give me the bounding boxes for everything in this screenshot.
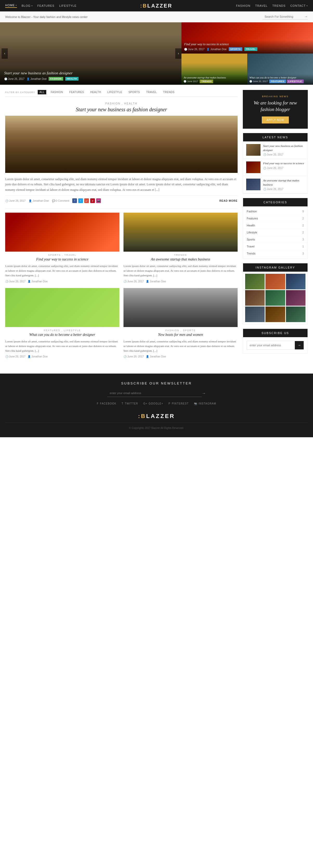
- hero-slider: Start your new business as fashion desig…: [0, 22, 313, 85]
- filter-all[interactable]: ALL: [38, 90, 46, 94]
- newsletter-title: SUBSCRIBE OUR NEWSLETTER: [5, 381, 308, 385]
- card-date-1: 🕐 June 26, 2017: [124, 280, 144, 283]
- read-more-button[interactable]: READ MORE: [219, 199, 238, 202]
- hero-main-author: 👤 Jonathan Doe: [27, 78, 46, 80]
- latest-news-title-2[interactable]: An awesome startup that makes business: [263, 179, 305, 187]
- share-twitter-icon[interactable]: t: [78, 198, 83, 203]
- share-pinterest-icon[interactable]: p: [90, 198, 95, 203]
- article-social-icons: f t g+ p 📷: [72, 198, 101, 203]
- hero-main-title: Start your new business as fashion desig…: [4, 71, 177, 75]
- article-title: Start your new business as fashion desig…: [5, 106, 238, 113]
- instagram-thumb-3[interactable]: [245, 290, 264, 306]
- instagram-thumb-1[interactable]: [265, 274, 285, 289]
- card-item: FEATURES , LIFESTYLE What can you do to …: [5, 288, 119, 358]
- latest-date-2: 🕐 June 26, 2017: [263, 188, 305, 191]
- filter-health[interactable]: HEALTH: [88, 90, 103, 94]
- instagram-thumb-6[interactable]: [245, 307, 264, 322]
- newsletter-arrow-icon[interactable]: →: [202, 391, 206, 396]
- filter-fashion[interactable]: FASHION: [49, 90, 65, 94]
- card-categories-2: FEATURES , LIFESTYLE: [5, 329, 119, 332]
- latest-date-0: 🕐 June 26, 2017: [263, 153, 305, 156]
- search-input[interactable]: [262, 14, 304, 19]
- hero-bot-right-meta: 🕐 June 25, 2017 FEATURES LIFESTYLE: [249, 80, 311, 83]
- social-googleplus[interactable]: g+ GOOGLE+: [143, 402, 163, 405]
- card-image-3: [124, 288, 238, 327]
- main-container: FILTER BY CATEGORY ALL FASHION FEATURES …: [0, 85, 313, 368]
- share-instagram-icon[interactable]: 📷: [96, 198, 101, 203]
- instagram-thumb-0[interactable]: [245, 274, 264, 289]
- card-categories-3: FASHION , SPORTS: [124, 329, 238, 332]
- social-instagram[interactable]: 📷 INSTAGRAM: [194, 402, 216, 405]
- article-body-text: Lorem ipsum dolor sit amet, consetetur s…: [5, 177, 238, 192]
- hero-tag-lifestyle: LIFESTYLE: [287, 80, 304, 83]
- instagram-thumb-7[interactable]: [265, 307, 285, 322]
- card-image-1: [124, 213, 238, 252]
- newsletter-email-input[interactable]: [107, 390, 202, 397]
- latest-thumb-1: [246, 161, 260, 173]
- search-arrow-icon[interactable]: →: [304, 14, 308, 19]
- nav-travel[interactable]: TRAVEL: [255, 4, 268, 7]
- social-twitter[interactable]: t TWITTER: [122, 402, 138, 405]
- hero-next-button[interactable]: ›: [175, 48, 182, 59]
- hero-top-date: 🕐 June 26, 2017: [184, 48, 204, 51]
- hero-top-author: 👤 Jonathan Doe: [207, 48, 226, 51]
- card-date-0: 🕐 June 26, 2017: [5, 280, 26, 283]
- article-meta-row: 🕐 June 26, 2017 👤 Jonathan Doe 💬 0 Comme…: [5, 195, 238, 203]
- apply-now-button[interactable]: APPLY NOW: [262, 117, 289, 123]
- filter-lifestyle[interactable]: LIFESTYLE: [105, 90, 124, 94]
- nav-lifestyle[interactable]: LIFESTYLE: [59, 4, 76, 7]
- hero-tag-travel: TRAVEL: [244, 47, 257, 51]
- hero-top-title: Find your way to success in science: [184, 42, 310, 46]
- category-travel[interactable]: Travel 1: [243, 243, 308, 250]
- latest-date-1: 🕐 June 26, 2017: [263, 167, 304, 169]
- category-trends[interactable]: Trends 3: [243, 250, 308, 257]
- categories-list: Fashion 9 Features 2 Health 2 Lifestyle …: [243, 207, 308, 259]
- category-health[interactable]: Health 2: [243, 222, 308, 229]
- card-text-1: Lorem ipsum dolor sit amet, consetetur s…: [124, 264, 238, 278]
- latest-news-title-1[interactable]: Find your way to success in science: [263, 161, 304, 165]
- filter-sports[interactable]: SPORTS: [127, 90, 142, 94]
- nav-contact[interactable]: CONTACT ▾: [290, 4, 308, 7]
- search-bar[interactable]: →: [262, 14, 308, 20]
- nav-blog[interactable]: BLOG ▾: [22, 4, 33, 7]
- subscribe-arrow-icon[interactable]: →: [295, 341, 304, 349]
- card-image-0: [5, 213, 119, 252]
- nav-features[interactable]: FEATURES: [37, 4, 55, 7]
- footer-logo: :BLAZZER: [5, 413, 308, 420]
- card-author-3: 👤 Jonathan Doe: [146, 355, 166, 358]
- hero-main-slide: Start your new business as fashion desig…: [0, 22, 182, 85]
- newsletter-section: SUBSCRIBE OUR NEWSLETTER → f FACEBOOK t …: [0, 374, 313, 437]
- filter-features[interactable]: FEATURES: [68, 90, 86, 94]
- filter-travel[interactable]: TRAVEL: [144, 90, 159, 94]
- nav-fashion[interactable]: FASHION: [236, 4, 250, 7]
- card-meta-0: 🕐 June 26, 2017 👤 Jonathan Doe: [5, 280, 119, 283]
- category-fashion[interactable]: Fashion 9: [243, 208, 308, 215]
- share-facebook-icon[interactable]: f: [72, 198, 77, 203]
- social-facebook[interactable]: f FACEBOOK: [97, 402, 117, 405]
- newsletter-input-row: →: [107, 390, 206, 397]
- category-sports[interactable]: Sports 3: [243, 236, 308, 243]
- latest-thumb-2: [246, 179, 260, 190]
- filter-trends[interactable]: TRENDS: [161, 90, 176, 94]
- instagram-thumb-4[interactable]: [265, 290, 285, 306]
- hero-main-meta: 🕐 June 26, 2017 👤 Jonathan Doe FASHION H…: [4, 77, 177, 81]
- site-logo[interactable]: :BLAZZER: [140, 3, 173, 9]
- gplus-icon: g+: [143, 402, 147, 405]
- site-tagline: Welcome to Blazzer - Your daily fashion …: [5, 16, 88, 19]
- instagram-thumb-5[interactable]: [286, 290, 306, 306]
- share-gplus-icon[interactable]: g+: [84, 198, 89, 203]
- instagram-thumb-2[interactable]: [286, 274, 306, 289]
- instagram-thumb-8[interactable]: [286, 307, 306, 322]
- latest-item: An awesome startup that makes business 🕐…: [243, 176, 308, 193]
- article-divider: [5, 208, 238, 209]
- subscribe-email-input[interactable]: [247, 342, 295, 349]
- nav-home[interactable]: HOME ▾: [5, 4, 17, 8]
- card-item: FASHION , SPORTS New boots for men and w…: [124, 288, 238, 358]
- category-lifestyle[interactable]: Lifestyle 2: [243, 229, 308, 236]
- hero-prev-button[interactable]: ‹: [2, 48, 8, 59]
- card-meta-1: 🕐 June 26, 2017 👤 Jonathan Doe: [124, 280, 238, 283]
- latest-news-title-0[interactable]: Start your new business as fashion desig…: [263, 144, 305, 152]
- nav-trends[interactable]: TRENDS: [272, 4, 285, 7]
- category-features[interactable]: Features 2: [243, 215, 308, 222]
- social-pinterest[interactable]: p PINTEREST: [168, 402, 189, 405]
